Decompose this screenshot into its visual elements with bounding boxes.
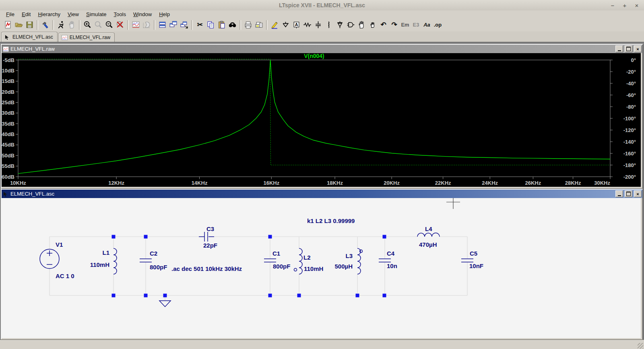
waveform-pane[interactable]: -5dB-10dB-15dB-20dB-25dB-30dB-35dB-40dB-… — [2, 53, 641, 187]
spice-netlist-button[interactable] — [141, 19, 152, 30]
component-value[interactable]: 10nF — [469, 262, 483, 269]
edit-button[interactable] — [269, 19, 280, 30]
component-ref[interactable]: V1 — [56, 241, 63, 248]
ground-symbol[interactable] — [159, 301, 171, 307]
text-button[interactable]: Aa — [421, 19, 432, 30]
control-panel-button[interactable] — [40, 19, 51, 30]
diode-button[interactable] — [334, 19, 345, 30]
capacitor-button[interactable] — [313, 19, 324, 30]
component-value[interactable]: 110mH — [90, 261, 109, 268]
find-button[interactable] — [227, 19, 238, 30]
schematic-window-title: ELMECH_VFL.asc — [10, 191, 614, 197]
net-label-button[interactable]: A — [291, 19, 302, 30]
component-value[interactable]: 470µH — [419, 241, 437, 248]
close-button[interactable]: × — [634, 2, 640, 9]
capacitor-C5-symbol[interactable] — [461, 259, 473, 262]
component-ref[interactable]: L1 — [102, 249, 109, 256]
schematic-window-titlebar[interactable]: ELMECH_VFL.asc × — [2, 190, 642, 198]
component-button[interactable] — [345, 19, 356, 30]
run-button[interactable] — [56, 19, 66, 30]
component-value[interactable]: 22pF — [203, 242, 217, 249]
menu-file[interactable]: File — [2, 11, 18, 18]
open-file-button[interactable] — [13, 19, 24, 30]
waveform-maximize-button[interactable] — [625, 45, 632, 52]
maximize-button[interactable]: + — [621, 2, 628, 9]
component-ref[interactable]: L3 — [345, 252, 353, 259]
schematic-minimize-button[interactable] — [615, 190, 623, 197]
paste-button[interactable] — [216, 19, 227, 30]
component-ref[interactable]: C4 — [387, 250, 395, 257]
save-button[interactable] — [24, 19, 35, 30]
copy-button[interactable] — [205, 19, 216, 30]
new-schematic-button[interactable] — [2, 19, 13, 30]
component-ref[interactable]: C2 — [150, 250, 157, 257]
menu-tools[interactable]: Tools — [110, 11, 130, 18]
spice-directive-ac[interactable]: .ac dec 501 10kHz 30kHz — [171, 265, 242, 272]
drag-button[interactable] — [367, 19, 378, 30]
y-left-tick-label: -30dB — [2, 110, 14, 116]
inductor-L1-symbol[interactable] — [114, 248, 117, 274]
component-value[interactable]: 800pF — [273, 263, 290, 270]
print-preview-icon — [255, 21, 263, 29]
resistor-button[interactable] — [302, 19, 313, 30]
edit-text-button[interactable]: E3 — [411, 19, 421, 30]
menu-window[interactable]: Window — [130, 11, 155, 18]
resize-grip[interactable] — [638, 343, 643, 349]
bode-plot[interactable]: -5dB-10dB-15dB-20dB-25dB-30dB-35dB-40dB-… — [2, 53, 641, 187]
component-ref[interactable]: L2 — [303, 254, 311, 261]
menu-view[interactable]: View — [64, 11, 83, 18]
capacitor-C1-symbol[interactable] — [264, 259, 276, 262]
redo-button[interactable]: ↷ — [389, 19, 400, 30]
capacitor-C2-symbol[interactable] — [140, 259, 152, 262]
undo-zoom-button[interactable] — [115, 19, 126, 30]
waveform-close-button[interactable]: × — [634, 45, 642, 52]
zoom-full-extents-button[interactable] — [93, 19, 104, 30]
menu-simulate[interactable]: Simulate — [83, 11, 110, 18]
undo-button[interactable]: ↶ — [378, 19, 389, 30]
component-value[interactable]: 500µH — [334, 263, 353, 270]
component-ref[interactable]: C3 — [206, 225, 214, 232]
zoom-in-button[interactable] — [82, 19, 93, 30]
edit-attributes-button[interactable]: Em — [400, 19, 411, 30]
capacitor-C3-symbol[interactable] — [199, 232, 214, 242]
schematic-canvas[interactable]: V1 AC 1 0 L1 110mH C2 800pF C3 22pF C1 8… — [2, 198, 641, 338]
menu-help[interactable]: Help — [155, 11, 173, 18]
cascade-windows-button[interactable] — [179, 19, 190, 30]
capacitor-C4-symbol[interactable] — [379, 259, 391, 262]
menu-hierarchy[interactable]: Hierarchy — [34, 11, 64, 18]
minimize-button[interactable]: − — [609, 2, 616, 9]
waveform-minimize-button[interactable] — [615, 45, 623, 52]
schematic-close-button[interactable]: × — [634, 190, 642, 197]
spice-directive-coupling[interactable]: k1 L2 L3 0.99999 — [307, 217, 355, 224]
component-value[interactable]: 800pF — [150, 264, 167, 271]
print-button[interactable] — [243, 19, 254, 30]
inductor-L4-symbol[interactable] — [417, 233, 440, 237]
voltage-source-symbol[interactable] — [40, 249, 59, 268]
print-preview-button[interactable] — [254, 19, 264, 30]
halt-button[interactable] — [66, 19, 77, 30]
component-value[interactable]: 110mH — [304, 265, 323, 272]
inductor-button[interactable] — [324, 19, 334, 30]
component-ref[interactable]: C5 — [470, 250, 477, 257]
plot-settings-button[interactable] — [130, 19, 141, 30]
schematic-maximize-button[interactable] — [625, 190, 632, 197]
move-button[interactable] — [356, 19, 367, 30]
menu-edit[interactable]: Edit — [18, 11, 34, 18]
zoom-out-button[interactable] — [104, 19, 115, 30]
new-window-button[interactable] — [157, 19, 168, 30]
ground-button[interactable] — [280, 19, 291, 30]
waveform-window-titlebar[interactable]: ELMECH_VFL.raw × — [2, 45, 642, 53]
tile-windows-button[interactable] — [168, 19, 179, 30]
inductor-L2-symbol[interactable] — [294, 248, 303, 274]
component-value[interactable]: AC 1 0 — [56, 273, 74, 279]
svg-text:A: A — [295, 22, 298, 27]
component-ref[interactable]: L4 — [425, 225, 432, 232]
cut-button[interactable]: ✂ — [194, 19, 205, 30]
inductor-L3-symbol[interactable] — [357, 248, 363, 274]
tab-elmech-vfl-raw[interactable]: ELMECH_VFL.raw — [58, 33, 115, 42]
trace-legend[interactable]: V(n004) — [304, 53, 324, 59]
tab-elmech-vfl-asc[interactable]: ELMECH_VFL.asc — [1, 32, 58, 42]
spice-directive-button[interactable]: .op — [432, 19, 443, 30]
component-ref[interactable]: C1 — [272, 250, 280, 257]
component-value[interactable]: 10n — [387, 262, 397, 269]
